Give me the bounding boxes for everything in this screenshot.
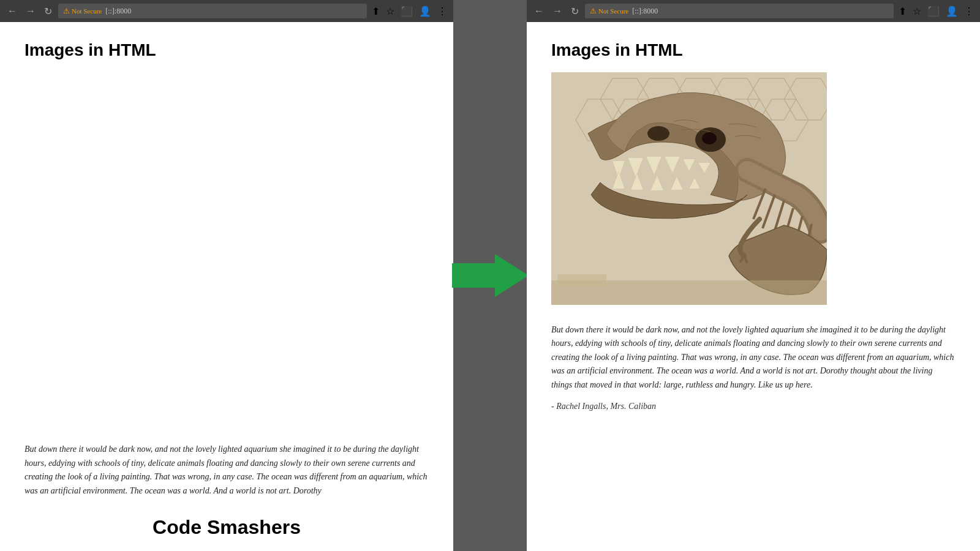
right-warning-icon: ⚠ (590, 7, 597, 16)
left-page-content: Images in HTML But down there it would b… (0, 22, 453, 551)
left-image-placeholder (24, 72, 429, 437)
right-arrow (452, 254, 529, 297)
share-icon[interactable]: ⬆ (371, 4, 381, 18)
left-page-text: But down there it would be dark now, and… (24, 443, 429, 498)
right-menu-icon[interactable]: ⋮ (963, 4, 975, 18)
profile-icon[interactable]: 👤 (418, 4, 432, 18)
warning-icon: ⚠ (63, 7, 70, 16)
left-browser-chrome: ← → ↻ ⚠ Not Secure [::]:8000 ⬆ ☆ ⬛ 👤 ⋮ (0, 0, 453, 22)
right-page-text: But down there it would be dark now, and… (551, 323, 956, 392)
right-page-content: Images in HTML (527, 22, 980, 551)
reload-button[interactable]: ↻ (42, 4, 55, 18)
svg-rect-23 (557, 274, 606, 287)
security-label: Not Secure (72, 7, 102, 15)
left-browser-panel: ← → ↻ ⚠ Not Secure [::]:8000 ⬆ ☆ ⬛ 👤 ⋮ I… (0, 0, 453, 551)
svg-point-14 (702, 132, 717, 144)
right-forward-button[interactable]: → (550, 4, 565, 18)
right-share-icon[interactable]: ⬆ (897, 4, 908, 18)
arrow-head (495, 254, 529, 297)
right-tab-icon[interactable]: ⬛ (926, 4, 941, 18)
right-url-text: [::]:8000 (632, 7, 658, 16)
right-back-button[interactable]: ← (532, 4, 546, 18)
right-page-title: Images in HTML (551, 40, 956, 60)
forward-button[interactable]: → (23, 4, 38, 18)
right-reload-button[interactable]: ↻ (568, 4, 581, 18)
arrow-body (452, 263, 495, 288)
code-smashers-label: Code Smashers (24, 516, 429, 539)
arrow-container (453, 0, 527, 551)
right-profile-icon[interactable]: 👤 (944, 4, 959, 18)
dinosaur-image (551, 72, 827, 305)
left-page-title: Images in HTML (24, 40, 429, 60)
right-bookmark-icon[interactable]: ☆ (911, 4, 922, 18)
bookmark-icon[interactable]: ☆ (385, 4, 396, 18)
svg-point-15 (647, 126, 669, 141)
tab-icon[interactable]: ⬛ (399, 4, 414, 18)
right-security-label: Not Secure (598, 7, 628, 15)
right-security-warning: ⚠ Not Secure (590, 7, 628, 16)
url-text: [::]:8000 (105, 7, 131, 16)
security-warning: ⚠ Not Secure (63, 7, 102, 16)
right-browser-chrome: ← → ↻ ⚠ Not Secure [::]:8000 ⬆ ☆ ⬛ 👤 ⋮ (527, 0, 980, 22)
menu-icon[interactable]: ⋮ (436, 4, 448, 18)
address-bar[interactable]: ⚠ Not Secure [::]:8000 (58, 4, 367, 18)
right-attribution: - Rachel Ingalls, Mrs. Caliban (551, 402, 956, 411)
right-address-bar[interactable]: ⚠ Not Secure [::]:8000 (585, 4, 894, 18)
back-button[interactable]: ← (5, 4, 20, 18)
right-browser-panel: ← → ↻ ⚠ Not Secure [::]:8000 ⬆ ☆ ⬛ 👤 ⋮ I… (527, 0, 980, 551)
